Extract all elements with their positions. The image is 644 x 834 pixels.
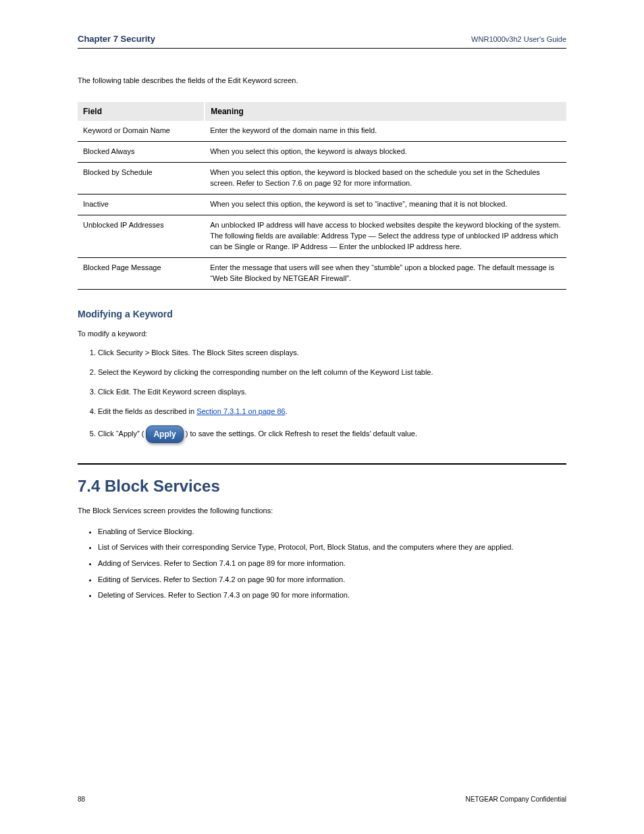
table-row: Blocked AlwaysWhen you select this optio… bbox=[78, 142, 566, 163]
table-row: Blocked Page MessageEnter the message th… bbox=[78, 257, 566, 289]
section-title-modify: Modifying a Keyword bbox=[78, 307, 566, 322]
step-item: Click “Apply” (Apply) to save the settin… bbox=[98, 425, 566, 444]
chapter-label: Chapter 7 Security bbox=[78, 34, 155, 44]
col-desc: Meaning bbox=[205, 102, 566, 121]
steps-list: Click Security > Block Sites. The Block … bbox=[78, 347, 566, 444]
table-row: InactiveWhen you select this option, the… bbox=[78, 194, 566, 215]
definition-table: Field Meaning Keyword or Domain NameEnte… bbox=[78, 102, 566, 289]
step-item: Edit the fields as described in Section … bbox=[98, 406, 566, 417]
page-header: Chapter 7 Security WNR1000v3h2 User's Gu… bbox=[78, 34, 566, 49]
modify-lead: To modify a keyword: bbox=[78, 328, 566, 340]
guide-label: WNR1000v3h2 User's Guide bbox=[471, 35, 566, 43]
modify-keyword-section: Modifying a Keyword To modify a keyword:… bbox=[78, 307, 566, 444]
intro-text: The following table describes the fields… bbox=[78, 76, 566, 86]
page-number: 88 bbox=[78, 796, 85, 803]
table-row: Unblocked IP AddressesAn unblocked IP ad… bbox=[78, 215, 566, 258]
sublead: The Block Services screen provides the f… bbox=[78, 505, 566, 517]
list-item: Editing of Services. Refer to Section 7.… bbox=[98, 574, 566, 586]
step-item: Select the Keyword by clicking the corre… bbox=[98, 367, 566, 378]
table-row: Blocked by ScheduleWhen you select this … bbox=[78, 163, 566, 194]
apply-button[interactable]: Apply bbox=[146, 425, 183, 444]
list-item: Deleting of Services. Refer to Section 7… bbox=[98, 590, 566, 602]
list-item: Enabling of Service Blocking. bbox=[98, 526, 566, 538]
heading-block-services: 7.4 Block Services bbox=[78, 477, 566, 496]
confidential-label: NETGEAR Company Confidential bbox=[465, 796, 566, 803]
page-footer: 88 NETGEAR Company Confidential bbox=[78, 796, 566, 803]
table-row: Keyword or Domain NameEnter the keyword … bbox=[78, 121, 566, 141]
list-item: Adding of Services. Refer to Section 7.4… bbox=[98, 558, 566, 570]
col-field: Field bbox=[78, 102, 205, 121]
bullet-list: Enabling of Service Blocking. List of Se… bbox=[78, 526, 566, 602]
step-item: Click Security > Block Sites. The Block … bbox=[98, 347, 566, 359]
step-item: Click Edit. The Edit Keyword screen disp… bbox=[98, 386, 566, 398]
section-divider bbox=[78, 463, 566, 465]
list-item: List of Services with their correspondin… bbox=[98, 542, 566, 554]
section-link[interactable]: Section 7.3.1.1 on page 86 bbox=[196, 407, 286, 415]
